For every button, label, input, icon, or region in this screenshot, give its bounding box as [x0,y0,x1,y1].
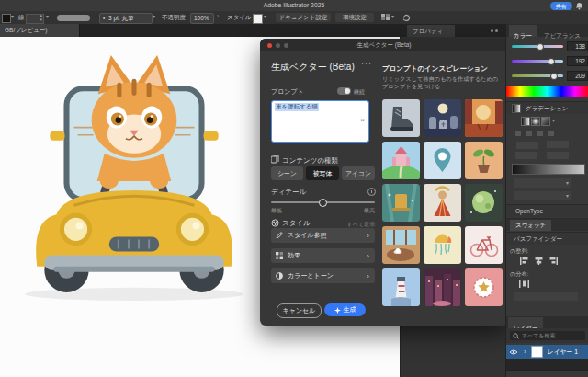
stroke-width-stepper[interactable]: ▴ ▾ [26,14,44,24]
green-value[interactable]: 192 [567,56,588,66]
dropdown-arrow-icon[interactable]: ▾ [552,117,555,123]
tab-color[interactable]: カラー [509,25,537,37]
red-value[interactable]: 138 [567,41,588,51]
inspiration-thumb-underwater-throne[interactable] [382,184,420,222]
gradient-type-radial[interactable] [531,117,540,126]
cancel-button[interactable]: キャンセル [277,303,322,318]
prompt-textarea[interactable]: 車を運転する猫 × [271,100,369,143]
dropdown-arrow-icon[interactable]: ▾ [153,13,155,19]
red-slider-knob[interactable] [537,43,544,51]
gradient-swatch-icon [512,104,521,113]
gradient-panel-header[interactable]: グラデーション [506,101,588,114]
panel-collapse-dots-icon[interactable] [495,29,498,32]
brush-preview[interactable] [57,15,90,21]
content-type-scene[interactable]: シーン [271,166,303,180]
gradient-controls-row [526,131,532,136]
panel-collapse-dots-icon[interactable] [491,29,493,32]
effects-row[interactable]: 効果 › [271,248,375,263]
prompt-toggle[interactable] [337,87,351,95]
gradient-type-linear[interactable] [521,117,530,126]
layer-thumbnail[interactable] [531,346,543,358]
color-spectrum-bar[interactable] [506,86,588,97]
inspiration-thumb-cafe-coffee[interactable] [382,226,420,264]
inspiration-thumb-location-pin[interactable] [424,142,461,179]
fill-swatch[interactable] [2,14,11,23]
clear-prompt-icon[interactable]: × [360,116,365,124]
gradient-panel-label: グラデーション [526,104,568,113]
search-icon [513,333,519,339]
align-left-icon[interactable] [519,257,529,265]
style-swatch[interactable] [253,14,263,24]
generate-sparkle-icon [334,307,341,314]
info-icon[interactable] [368,188,376,196]
layer-visibility-eye-icon[interactable] [509,348,518,356]
share-button[interactable]: 共有 [550,2,572,10]
arrange-icon[interactable] [381,14,390,21]
inspiration-thumb-costumed-figure[interactable] [424,184,461,222]
gradient-stops-dropdown[interactable]: ▾ [514,191,571,200]
opacity-input[interactable]: 100% [190,13,214,24]
inspiration-thumb-night-city[interactable] [424,268,461,306]
swatches-tab[interactable]: スウォッチ [510,220,551,231]
tab-layers[interactable]: レイヤー [508,317,543,328]
swatches-panel-header[interactable]: スウォッチ [506,218,588,231]
generate-button[interactable]: 生成 [324,303,366,316]
opacity-more-icon[interactable]: › [217,12,219,21]
pathfinder-label: パスファインダー [514,234,562,244]
tab-appearance[interactable]: アピアランス [539,25,585,37]
gradient-type-freeform[interactable] [541,117,550,126]
document-tabbar: GB/プレビュー) プロパティ [0,24,505,37]
style-reference-label: スタイル参照 [288,231,327,240]
layers-search-input[interactable]: すべてを検索 [510,331,585,340]
tab-appearance-label: アピアランス [544,32,581,39]
inspiration-thumb-desert-canyon[interactable] [465,99,503,137]
dialog-titlebar[interactable]: 生成ベクター (Beta) [260,39,508,51]
gradient-controls-row [537,131,543,136]
distribute-options-field[interactable] [514,292,578,301]
dropdown-arrow-icon[interactable]: ▾ [264,13,266,19]
color-tone-icon [276,272,283,280]
dropdown-arrow-icon[interactable]: ▾ [391,13,394,19]
layer-name[interactable]: レイヤー 1 [548,348,578,357]
inspiration-thumb-night-graveyard[interactable] [424,99,461,137]
notifications-bell-icon[interactable] [575,2,583,10]
detail-slider-knob[interactable] [319,199,327,207]
green-slider-knob[interactable] [548,58,555,65]
prompt-value: 車を運転する猫 [275,103,319,111]
inspiration-thumb-hiking-boot[interactable] [382,99,420,137]
inspiration-thumb-star-badge[interactable] [465,268,503,306]
align-right-icon[interactable] [548,257,559,265]
inspiration-thumb-plant-sprout[interactable] [465,142,503,179]
brush-combo[interactable]: • 3 pt. 丸筆 [99,13,153,24]
inspiration-thumb-hill-castle[interactable] [382,142,420,179]
green-slider[interactable] [512,60,563,63]
align-center-icon[interactable] [534,257,544,265]
layer-row[interactable]: › レイヤー 1 [506,345,588,359]
sync-icon[interactable] [402,14,411,22]
pathfinder-panel-header[interactable]: パスファインダー [506,232,588,245]
stepper-down-icon[interactable]: ▾ [40,17,42,22]
document-tab[interactable]: GB/プレビュー) [0,24,80,37]
inspiration-thumb-lighthouse[interactable] [382,268,420,306]
properties-tab[interactable]: プロパティ [407,25,455,37]
more-options-icon[interactable]: ··· [361,59,372,68]
color-tone-row[interactable]: カラーとトーン › [271,268,375,283]
blue-slider-knob[interactable] [550,73,558,80]
dropdown-arrow-icon[interactable]: ▾ [46,13,49,19]
distribute-horizontal-icon[interactable] [519,280,529,288]
inspiration-thumb-jellyfish[interactable] [424,226,461,264]
opentype-panel-header[interactable]: OpenType [506,204,588,217]
gradient-stops-dropdown[interactable]: ▾ [514,178,571,188]
content-type-subject[interactable]: 被写体 [306,166,339,180]
content-type-icon-option[interactable]: アイコン [342,166,375,180]
dropdown-arrow-icon[interactable]: ▾ [11,13,14,19]
style-reference-row[interactable]: スタイル参照 › [271,228,375,243]
chevron-right-icon: › [367,272,369,280]
gradient-preview-ramp[interactable] [512,164,585,175]
preferences-button[interactable]: 環境設定 [335,13,374,22]
document-setup-button[interactable]: ドキュメント設定 [276,13,331,22]
inspiration-thumb-green-planet[interactable] [465,184,503,222]
blue-value[interactable]: 209 [567,71,588,81]
inspiration-thumb-bicycle[interactable] [465,226,503,264]
layer-expand-icon[interactable]: › [524,348,526,356]
